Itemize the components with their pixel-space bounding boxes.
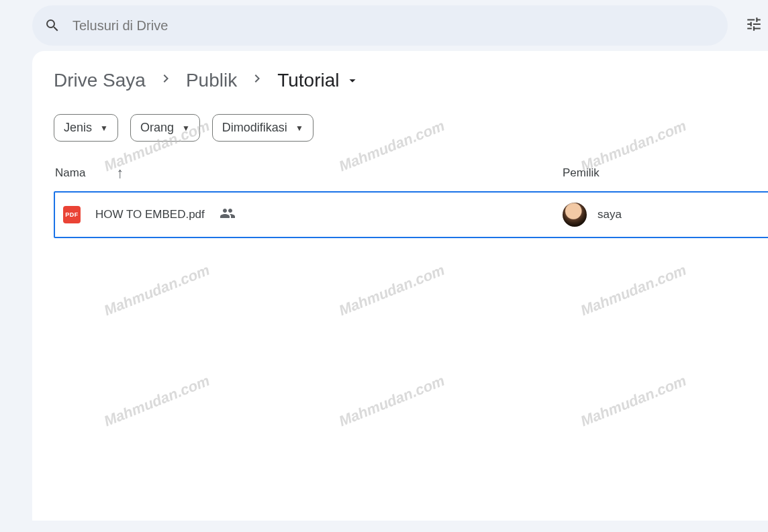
filter-modified-label: Dimodifikasi [222, 121, 287, 135]
search-input[interactable] [73, 18, 716, 34]
chevron-right-icon [158, 70, 174, 91]
owner-label: saya [597, 208, 622, 221]
column-name[interactable]: Nama [55, 166, 85, 180]
filter-people[interactable]: Orang ▼ [130, 114, 200, 142]
caret-down-icon: ▼ [182, 123, 190, 133]
filter-people-label: Orang [140, 121, 174, 135]
table-row[interactable]: PDF HOW TO EMBED.pdf saya [54, 191, 768, 238]
column-owner[interactable]: Pemilik [563, 166, 760, 180]
caret-down-icon: ▼ [295, 123, 303, 133]
breadcrumb-current[interactable]: Tutorial [277, 70, 359, 91]
filter-type-label: Jenis [64, 121, 92, 135]
filter-modified[interactable]: Dimodifikasi ▼ [212, 114, 314, 142]
file-name: HOW TO EMBED.pdf [95, 208, 205, 221]
breadcrumb: Drive Saya Publik Tutorial [54, 70, 768, 91]
caret-down-icon: ▼ [100, 123, 108, 133]
avatar [563, 203, 587, 227]
content-panel: Drive Saya Publik Tutorial Jenis ▼ Orang… [32, 51, 768, 521]
tune-icon[interactable] [745, 15, 763, 36]
caret-down-icon [345, 73, 360, 88]
search-bar [32, 5, 728, 46]
breadcrumb-mid[interactable]: Publik [186, 70, 237, 91]
filter-chips: Jenis ▼ Orang ▼ Dimodifikasi ▼ [54, 114, 768, 142]
search-icon[interactable] [44, 17, 60, 34]
sort-arrow-up-icon[interactable]: ↑ [116, 164, 124, 182]
table-header: Nama ↑ Pemilik [54, 164, 768, 191]
pdf-icon: PDF [63, 206, 81, 223]
breadcrumb-root[interactable]: Drive Saya [54, 70, 146, 91]
shared-icon [220, 205, 236, 225]
filter-type[interactable]: Jenis ▼ [54, 114, 118, 142]
breadcrumb-current-label: Tutorial [277, 70, 339, 91]
chevron-right-icon [249, 70, 265, 91]
